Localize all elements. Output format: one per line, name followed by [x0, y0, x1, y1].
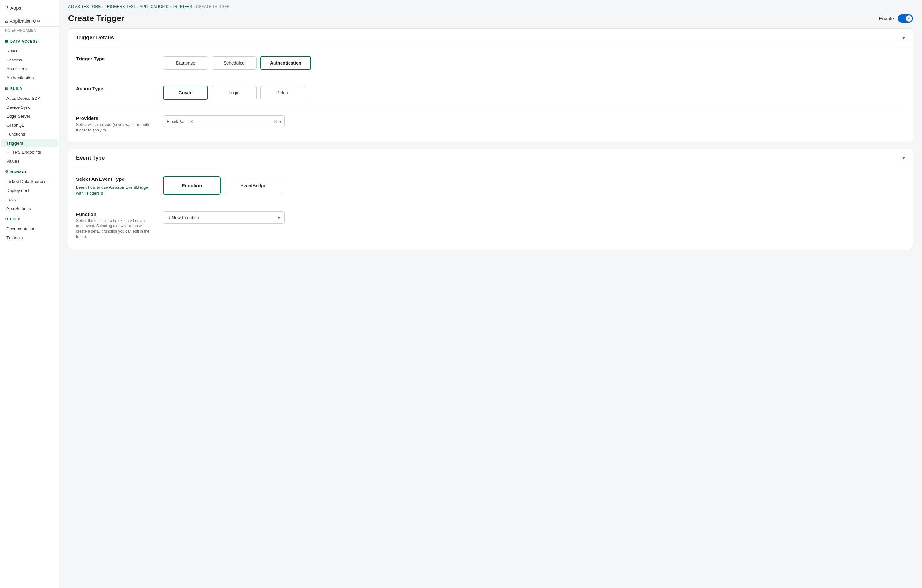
trigger-details-title: Trigger Details: [76, 34, 114, 41]
function-sublabel: Select the function to be executed on an…: [76, 218, 153, 240]
breadcrumb-triggers-test[interactable]: TRIGGERS-TEST: [105, 5, 136, 9]
app-name-label: Application-0: [10, 18, 36, 24]
provider-tag-remove[interactable]: ✕: [190, 119, 193, 124]
database-icon: ▣: [5, 39, 9, 43]
sidebar-item-functions[interactable]: Functions: [1, 130, 57, 139]
apps-label: Apps: [10, 5, 21, 11]
function-controls: + New Function ▾: [163, 211, 905, 224]
trigger-type-controls: Database Scheduled Authentication: [163, 56, 905, 70]
breadcrumb-application[interactable]: APPLICATION-0: [140, 5, 168, 9]
no-environment-label: NO ENVIRONMENT: [0, 26, 59, 35]
breadcrumb-sep-3: ›: [170, 5, 171, 9]
sidebar-item-graphql[interactable]: GraphQL: [1, 121, 57, 129]
sidebar-item-tutorials[interactable]: Tutorials: [1, 234, 57, 242]
event-type-collapse[interactable]: ▾: [902, 155, 905, 161]
sidebar-item-app-settings[interactable]: App Settings: [1, 204, 57, 213]
function-dropdown-chevron: ▾: [278, 215, 280, 220]
providers-controls: Email/Pas... ✕ ⊗ ▾: [163, 116, 905, 127]
build-section-label: ▤ BUILD: [5, 87, 54, 91]
breadcrumb-triggers[interactable]: TRIGGERS: [172, 5, 192, 9]
sidebar-item-authentication[interactable]: Authentication: [1, 74, 57, 82]
sidebar-item-schema[interactable]: Schema: [1, 56, 57, 64]
providers-clear-icon[interactable]: ⊗: [273, 118, 277, 124]
sidebar-item-https-endpoints[interactable]: HTTPS Endpoints: [1, 148, 57, 157]
sidebar-item-values[interactable]: Values: [1, 157, 57, 165]
help-section-label: ⊙ HELP: [5, 217, 54, 221]
trigger-type-label: Trigger Type: [76, 56, 153, 61]
toggle-check-icon: ✓: [907, 16, 911, 20]
build-nav: Atlas Device SDK Device Sync Edge Server…: [0, 94, 59, 166]
event-type-eventbridge-btn[interactable]: EventBridge: [225, 176, 282, 194]
provider-tag-email: Email/Pas... ✕: [167, 119, 193, 124]
learn-link-text: Learn how to use Amazon EventBridge with…: [76, 185, 148, 196]
breadcrumb-sep-4: ›: [193, 5, 195, 9]
action-type-create-btn[interactable]: Create: [163, 86, 208, 100]
action-type-label: Action Type: [76, 86, 153, 91]
sidebar-item-device-sync[interactable]: Device Sync: [1, 103, 57, 112]
providers-input[interactable]: Email/Pas... ✕ ⊗ ▾: [163, 116, 285, 127]
event-type-title: Event Type: [76, 155, 105, 161]
sidebar-item-deployment[interactable]: Deployment: [1, 186, 57, 195]
providers-row: Providers Select which provider(s) you w…: [76, 116, 905, 133]
trigger-type-authentication-btn[interactable]: Authentication: [260, 56, 311, 70]
trigger-details-collapse[interactable]: ▾: [902, 35, 905, 41]
provider-tag-label: Email/Pas...: [167, 119, 189, 124]
trigger-type-scheduled-btn[interactable]: Scheduled: [212, 56, 257, 70]
action-type-row: Action Type Create Login Delete: [76, 86, 905, 100]
action-type-controls: Create Login Delete: [163, 86, 905, 100]
toggle-knob: ✓: [906, 15, 912, 22]
sidebar-item-logs[interactable]: Logs: [1, 195, 57, 204]
breadcrumb-sep-2: ›: [137, 5, 139, 9]
sidebar-item-atlas-device-sdk[interactable]: Atlas Device SDK: [1, 94, 57, 103]
breadcrumb-current: CREATE TRIGGER: [196, 5, 230, 9]
sidebar-item-documentation[interactable]: Documentation: [1, 225, 57, 233]
manage-nav: Linked Data Sources Deployment Logs App …: [0, 177, 59, 213]
page-header: Create Trigger Enable ✓: [59, 11, 922, 28]
breadcrumb-org[interactable]: ATLAS-TEST-ORG: [68, 5, 101, 9]
trigger-type-row: Trigger Type Database Scheduled Authenti…: [76, 56, 905, 70]
breadcrumb-sep-1: ›: [102, 5, 103, 9]
event-type-controls: Function EventBridge: [163, 176, 905, 194]
enable-toggle[interactable]: ✓: [897, 15, 913, 23]
help-nav: Documentation Tutorials: [0, 224, 59, 242]
trigger-details-card: Trigger Details ▾ Trigger Type Database …: [68, 28, 913, 142]
main-content: ATLAS-TEST-ORG › TRIGGERS-TEST › APPLICA…: [59, 0, 922, 588]
action-type-delete-btn[interactable]: Delete: [260, 86, 305, 100]
select-event-type-row: Select An Event Type Learn how to use Am…: [76, 176, 905, 196]
sidebar: ⠿ Apps ⌂ Application-0 ⧉ NO ENVIRONMENT …: [0, 0, 59, 588]
providers-label: Providers: [76, 116, 153, 121]
trigger-type-database-btn[interactable]: Database: [163, 56, 208, 70]
copy-icon[interactable]: ⧉: [38, 18, 40, 24]
breadcrumb: ATLAS-TEST-ORG › TRIGGERS-TEST › APPLICA…: [59, 0, 922, 11]
data-access-nav: Rules Schema App Users Authentication: [0, 46, 59, 83]
manage-section-label: ⚙ MANAGE: [5, 170, 54, 174]
event-type-body: Select An Event Type Learn how to use Am…: [69, 167, 913, 248]
learn-eventbridge-link[interactable]: Learn how to use Amazon EventBridge with…: [76, 185, 148, 196]
providers-sublabel: Select which provider(s) you want this a…: [76, 122, 153, 133]
sidebar-item-triggers[interactable]: Triggers: [1, 139, 57, 147]
providers-dropdown-icon[interactable]: ▾: [279, 119, 281, 124]
action-type-login-btn[interactable]: Login: [212, 86, 257, 100]
build-icon: ▤: [5, 87, 9, 91]
trigger-details-body: Trigger Type Database Scheduled Authenti…: [69, 47, 913, 142]
data-access-section-label: ▣ DATA ACCESS: [5, 39, 54, 43]
help-icon: ⊙: [5, 217, 8, 221]
external-link-icon: ⧉: [101, 191, 103, 195]
providers-actions: ⊗ ▾: [273, 118, 281, 124]
function-row: Function Select the function to be execu…: [76, 211, 905, 240]
event-type-card: Event Type ▾ Select An Event Type Learn …: [68, 149, 913, 249]
trigger-details-header: Trigger Details ▾: [69, 29, 913, 47]
apps-link[interactable]: ⠿ Apps: [5, 4, 54, 12]
function-dropdown[interactable]: + New Function ▾: [163, 211, 285, 224]
select-event-type-label: Select An Event Type: [76, 176, 153, 182]
event-type-header: Event Type ▾: [69, 149, 913, 167]
home-icon: ⌂: [5, 18, 8, 24]
enable-label: Enable: [879, 16, 894, 21]
sidebar-item-linked-data-sources[interactable]: Linked Data Sources: [1, 177, 57, 186]
page-title: Create Trigger: [68, 13, 124, 23]
sidebar-item-rules[interactable]: Rules: [1, 47, 57, 56]
sidebar-item-app-users[interactable]: App Users: [1, 65, 57, 73]
sidebar-item-edge-server[interactable]: Edge Server: [1, 112, 57, 121]
event-type-function-btn[interactable]: Function: [163, 176, 221, 194]
function-dropdown-value: + New Function: [168, 215, 199, 220]
